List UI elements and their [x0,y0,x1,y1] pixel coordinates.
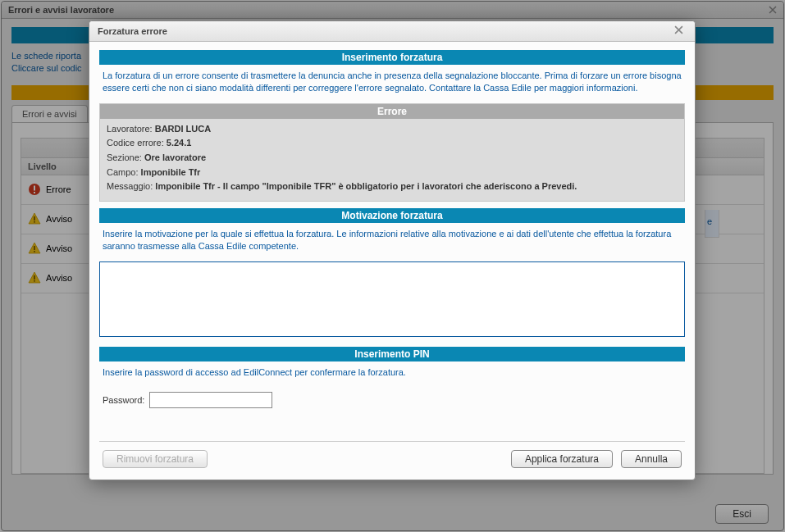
intro-text: La forzatura di un errore consente di tr… [99,65,685,103]
annulla-button[interactable]: Annulla [621,450,682,468]
motivazione-help: Inserire la motivazione per la quale si … [99,223,685,261]
lavoratore-label: Lavoratore: [107,122,153,137]
rimuovi-forzatura-button[interactable]: Rimuovi forzatura [103,450,208,468]
forzatura-dialog: Forzatura errore Inserimento forzatura L… [89,20,696,480]
password-label: Password: [103,395,144,405]
modal-titlebar: Forzatura errore [89,21,695,42]
pin-help: Inserire la password di accesso ad EdilC… [99,361,685,387]
codice-errore-label: Codice errore: [107,136,164,151]
sezione-label: Sezione: [107,151,142,166]
password-input[interactable] [149,392,272,408]
error-box: Errore Lavoratore: BARDI LUCA Codice err… [99,103,685,202]
messaggio-label: Messaggio: [107,180,153,194]
section-inserimento-forzatura: Inserimento forzatura [99,50,685,65]
lavoratore-value: BARDI LUCA [155,124,211,134]
messaggio-value: Imponibile Tfr - Il campo "Imponibile TF… [155,181,577,191]
applica-forzatura-button[interactable]: Applica forzatura [511,450,613,468]
campo-value: Imponibile Tfr [141,167,201,177]
motivazione-textarea[interactable] [99,261,685,337]
campo-label: Campo: [107,166,139,180]
modal-title: Forzatura errore [98,26,167,36]
error-box-head: Errore [100,104,684,119]
sezione-value: Ore lavoratore [144,152,206,162]
codice-errore-value: 5.24.1 [167,138,192,148]
section-pin: Inserimento PIN [99,347,685,361]
close-icon[interactable] [671,25,687,37]
section-motivazione: Motivazione forzatura [99,208,685,223]
